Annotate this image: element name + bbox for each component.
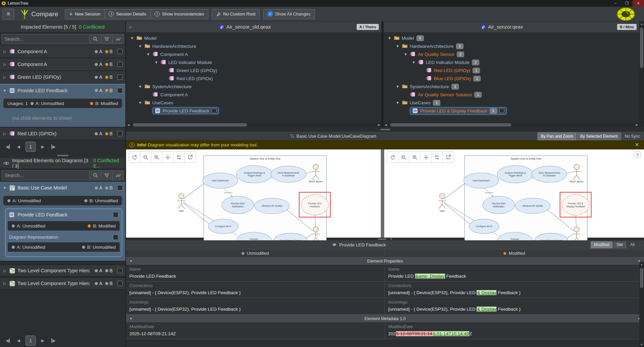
select-all-button[interactable] xyxy=(113,34,124,44)
next-page-button[interactable]: ▶ xyxy=(39,338,46,343)
provide-led-feedback-card[interactable]: Provide LED Feedback A: Unmodified B: Mo… xyxy=(5,209,122,257)
show-inconsistencies-button[interactable]: !Show Inconsistencies xyxy=(151,9,208,19)
dismiss-info-icon[interactable]: ✕ xyxy=(633,142,641,148)
usecase-measure-air-quality[interactable]: Measure Air Quality xyxy=(254,198,289,214)
collapse-arrow-icon[interactable]: ▼ xyxy=(130,36,134,40)
row-checkbox[interactable] xyxy=(117,185,123,190)
scroll-left-icon[interactable]: ◀ xyxy=(126,123,131,127)
row-checkbox[interactable] xyxy=(113,212,118,217)
tree-item-systemarchitecture[interactable]: ▼SystemArchitecture1 xyxy=(384,82,639,91)
session-details-button[interactable]: iSession Details xyxy=(105,9,151,19)
restore-button[interactable]: ❒ xyxy=(621,0,633,7)
expand-arrow-icon[interactable]: ▷ xyxy=(3,62,7,67)
horizontal-scrollbar[interactable]: ◀ ▶ xyxy=(126,123,381,127)
tree-item-led-indicator-module[interactable]: ▼LED Indicator Module xyxy=(126,58,381,66)
details-scrollbar[interactable]: ▲ ▼ xyxy=(639,262,644,347)
scroll-right-icon[interactable]: ▶ xyxy=(377,123,381,127)
scroll-up-icon[interactable]: ▲ xyxy=(639,262,644,267)
pan-button[interactable] xyxy=(162,152,173,163)
row-checkbox[interactable] xyxy=(117,74,123,80)
first-page-button[interactable]: ◀ xyxy=(4,144,11,149)
last-page-button[interactable]: ▶ xyxy=(50,338,57,343)
current-page-button[interactable]: 1 xyxy=(26,336,36,346)
row-checkbox[interactable] xyxy=(117,131,123,136)
tree-item-usecases[interactable]: ▼UseCases xyxy=(126,99,381,107)
tree-item-provide-led-display-feedback[interactable]: Provide LED & Display Feedback1 xyxy=(384,107,639,115)
usecase-store-measurements[interactable]: Store MeasurementsIn Database xyxy=(271,166,306,182)
collapse-arrow-icon[interactable]: ▼ xyxy=(396,44,400,48)
row-checkbox[interactable] xyxy=(113,235,118,240)
sync-pan-zoom-button[interactable]: By Pan and Zoom xyxy=(537,132,576,140)
tree-item-red-led-gpiox-[interactable]: Red LED (GPIOx) xyxy=(126,74,381,82)
search-input[interactable] xyxy=(1,34,90,44)
collapse-arrow-icon[interactable]: ▼ xyxy=(129,259,132,263)
scroll-up-icon[interactable]: ▲ xyxy=(639,22,644,26)
tree-item-led-indicator-module[interactable]: ▼LED Indicator Module2 xyxy=(384,58,639,66)
row-checkbox[interactable] xyxy=(117,268,123,273)
sidebar-splitter[interactable] xyxy=(0,153,125,158)
collapse-arrow-icon[interactable]: ▼ xyxy=(396,84,400,89)
collapse-arrow-icon[interactable]: ▼ xyxy=(146,52,150,56)
usecase-analyze-readings[interactable]: Analyze Readings &Trigger Alerts xyxy=(236,166,272,183)
scroll-left-icon[interactable]: ◀ xyxy=(384,123,388,127)
list-item-green-led-gpioy-[interactable]: ▷Green LED (GPIOy)AB xyxy=(0,71,125,84)
scroll-right-icon[interactable]: ▶ xyxy=(635,123,639,127)
collapse-arrow-icon[interactable]: ▼ xyxy=(138,101,142,105)
list-item-red-led-gpiox-[interactable]: ▷Red LED (GPIOx)AB xyxy=(0,128,125,140)
tree-item-usecases[interactable]: ▼UseCases1 xyxy=(384,99,639,107)
filter-modified-button[interactable]: Modified xyxy=(591,241,612,248)
usecase-store-measurements[interactable]: Store MeasurementsIn Database xyxy=(532,166,567,182)
row-checkbox[interactable] xyxy=(117,62,123,67)
tree-item-air-quality-sensor-solution[interactable]: Air Quality Sensor Solution1 xyxy=(384,91,639,99)
usecase-receive-alert[interactable]: Receive AlertNotification xyxy=(482,196,515,214)
no-custom-root-button[interactable]: No Custom Root xyxy=(212,9,260,19)
tree-item-red-led-gpioy-[interactable]: Red LED (GPIOy)1 xyxy=(384,66,639,74)
search-button[interactable] xyxy=(90,170,101,180)
diagrams-search-input[interactable] xyxy=(1,170,90,180)
current-page-button[interactable]: 1 xyxy=(26,142,36,152)
expand-arrow-icon[interactable]: ▷ xyxy=(3,132,7,136)
row-checkbox[interactable] xyxy=(117,88,123,93)
tree-item-air-quality-sensor[interactable]: ▼Air Quality Sensor3 xyxy=(384,50,639,58)
list-item-provide-led-feedback[interactable]: ▼Provide LED FeedbackAB xyxy=(0,84,125,97)
no-sync-button[interactable]: No Sync xyxy=(621,132,643,140)
list-item-two-level-component-type-hierarchy[interactable]: ▷Two Level Component Type HierarchyAB xyxy=(0,277,125,290)
collapse-arrow-icon[interactable]: ▼ xyxy=(3,89,7,93)
horizontal-scrollbar[interactable]: ◀ ▶ xyxy=(384,123,639,127)
scroll-down-icon[interactable]: ▼ xyxy=(639,342,644,347)
first-page-button[interactable]: ◀ xyxy=(4,338,11,343)
collapse-arrow-icon[interactable]: ▼ xyxy=(404,52,408,56)
selected-tree-item[interactable]: Provide LED & Display Feedback1 xyxy=(410,107,507,114)
tree-item-model[interactable]: ▼Model xyxy=(126,34,381,42)
sync-selected-element-button[interactable]: By Selected Element xyxy=(576,132,621,140)
collapse-arrow-icon[interactable]: ▼ xyxy=(138,84,142,89)
show-all-changes-toggle[interactable]: ✓ Show All Changes xyxy=(263,9,315,19)
expand-arrow-icon[interactable]: ▷ xyxy=(3,49,7,54)
expand-icon[interactable]: ▷ xyxy=(129,25,133,29)
zoom-in-button[interactable] xyxy=(409,152,420,163)
usecase-analyze-readings[interactable]: Analyze Readings &Trigger Alerts xyxy=(497,166,533,183)
pan-button[interactable] xyxy=(420,152,432,163)
tree-item-blue-led-gpiox-[interactable]: Blue LED (GPIOx)1 xyxy=(384,74,639,82)
tree-item-systemarchitecture[interactable]: ▼SystemArchitecture xyxy=(126,82,381,91)
list-item-component-a[interactable]: ▷Component AAB xyxy=(0,45,125,58)
collapse-arrow-icon[interactable]: ▼ xyxy=(129,317,132,320)
usecase-configure-wifi[interactable]: Configure Wi-Fi xyxy=(469,219,499,234)
usecase-configure-wifi[interactable]: Configure Wi-Fi xyxy=(208,219,238,234)
refresh-button[interactable] xyxy=(387,152,398,163)
last-page-button[interactable]: ▶ xyxy=(50,144,57,149)
tree-item-component-a[interactable]: Component A xyxy=(126,91,381,99)
usecase-receive-alert[interactable]: Receive AlertNotification xyxy=(222,196,254,214)
row-checkbox[interactable] xyxy=(117,281,123,286)
diagram-panel-splitter[interactable] xyxy=(381,149,384,238)
row-checkbox[interactable] xyxy=(117,49,123,54)
collapse-arrow-icon[interactable]: ▼ xyxy=(3,186,7,190)
collapse-arrow-icon[interactable]: ▼ xyxy=(388,36,392,40)
select-all-button[interactable] xyxy=(113,170,124,180)
tree-item-component-a[interactable]: ▼Component A xyxy=(126,50,381,58)
basic-use-case-model-row[interactable]: ▼ Basic Use Case Model A B xyxy=(0,182,125,194)
filter-set-button[interactable]: Set xyxy=(613,241,626,248)
zoom-out-button[interactable] xyxy=(140,152,151,163)
expand-arrow-icon[interactable]: ▷ xyxy=(3,75,7,79)
expand-arrow-icon[interactable]: ▷ xyxy=(3,269,7,273)
